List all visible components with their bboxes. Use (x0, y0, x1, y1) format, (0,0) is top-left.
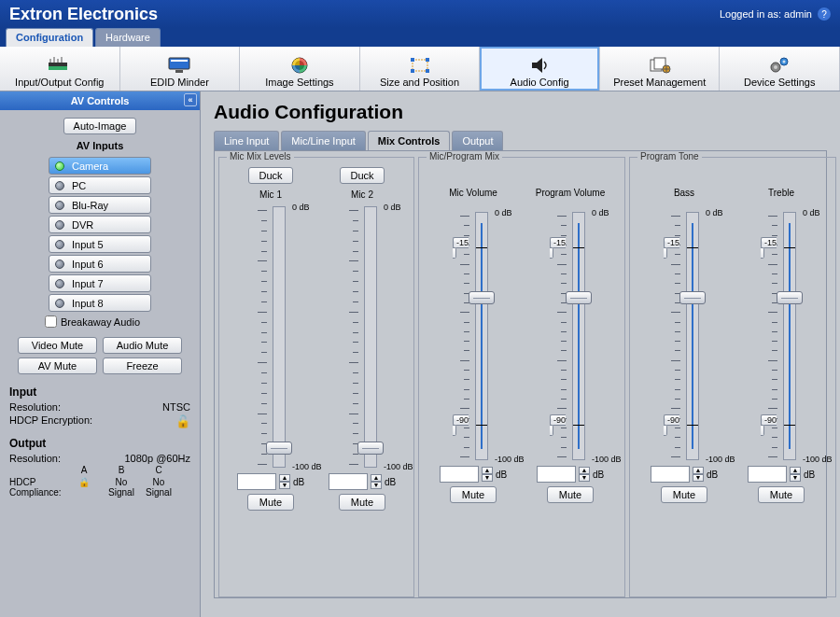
slider-thumb[interactable] (469, 291, 495, 304)
breakaway-audio-checkbox[interactable]: Breakaway Audio (45, 316, 189, 328)
mic2-duck-button[interactable]: Duck (340, 167, 384, 184)
slider-ticks (253, 206, 270, 468)
status-dot-icon (55, 259, 64, 269)
tool-image-settings[interactable]: Image Settings (240, 47, 360, 91)
toolbar: Input/Output Config EDID Minder Image Se… (0, 47, 840, 91)
status-dot-icon (55, 240, 64, 249)
spin-down-icon[interactable]: ▼ (279, 482, 290, 489)
mic1-value-input[interactable] (237, 473, 276, 490)
spin-down-icon[interactable]: ▼ (371, 482, 382, 489)
tab-hardware[interactable]: Hardware (95, 28, 161, 47)
input-resolution-value: NTSC (162, 401, 190, 413)
bass-slider[interactable]: 0 dB -100 dB -15 -90 (683, 212, 702, 460)
mic2-mute-button[interactable]: Mute (339, 494, 385, 511)
slider-thumb[interactable] (357, 442, 384, 455)
input-camera[interactable]: Camera (49, 157, 151, 175)
mic2-channel: Duck Mic 2 0 dB -100 dB ▲▼dB (316, 167, 408, 591)
subtab-line-input[interactable]: Line Input (214, 131, 279, 150)
mic-volume-slider[interactable]: 0 dB -100 dB -15 -90 (472, 212, 491, 460)
bounds-icon (410, 54, 430, 77)
mic1-duck-button[interactable]: Duck (248, 167, 292, 184)
unlock-icon: 🔓 (175, 414, 190, 428)
treble-mute-button[interactable]: Mute (758, 486, 805, 503)
mic-program-mix-group: Mic/Program Mix Mic Volume 0 dB -100 dB (418, 157, 625, 597)
treble-value-input[interactable] (748, 466, 787, 483)
mic-volume-mute-button[interactable]: Mute (450, 486, 497, 503)
spin-up-icon[interactable]: ▲ (693, 467, 704, 474)
collapse-icon[interactable]: « (184, 93, 197, 106)
spin-up-icon[interactable]: ▲ (790, 467, 801, 474)
slider-thumb[interactable] (679, 291, 706, 304)
status-dot-icon (55, 161, 64, 171)
spin-up-icon[interactable]: ▲ (579, 467, 590, 474)
svg-rect-13 (426, 58, 429, 62)
slider-thumb[interactable] (266, 442, 292, 455)
input-8[interactable]: Input 8 (49, 294, 151, 312)
subtab-mic-line-input[interactable]: Mic/Line Input (281, 131, 365, 150)
status-dot-icon (55, 299, 64, 308)
input-bluray[interactable]: Blu-Ray (49, 196, 151, 214)
tool-edid[interactable]: EDID Minder (120, 47, 241, 91)
mic1-mute-button[interactable]: Mute (247, 494, 294, 511)
video-mute-button[interactable]: Video Mute (18, 337, 97, 354)
spin-down-icon[interactable]: ▼ (693, 474, 704, 482)
subtab-output[interactable]: Output (452, 131, 503, 150)
output-section-title: Output (9, 437, 190, 450)
tool-size-position[interactable]: Size and Position (360, 47, 481, 91)
tab-configuration[interactable]: Configuration (6, 28, 93, 47)
program-volume-mute-button[interactable]: Mute (547, 486, 594, 503)
top-tab-bar: Configuration Hardware (0, 28, 840, 47)
auto-image-button[interactable]: Auto-Image (63, 118, 137, 134)
tool-audio-config[interactable]: Audio Config (480, 47, 600, 91)
color-wheel-icon (290, 54, 309, 77)
spin-up-icon[interactable]: ▲ (371, 474, 382, 482)
bass-mute-button[interactable]: Mute (661, 486, 707, 503)
bass-channel: Bass 0 dB -100 dB -15 -90 (636, 167, 733, 591)
input-7[interactable]: Input 7 (49, 274, 151, 292)
sidebar-title: AV Controls « (0, 91, 200, 110)
svg-point-22 (783, 61, 786, 63)
svg-rect-11 (413, 60, 427, 71)
treble-slider[interactable]: 0 dB -100 dB -15 -90 (780, 212, 799, 460)
io-icon (47, 54, 73, 77)
svg-rect-12 (411, 58, 414, 62)
bass-value-input[interactable] (651, 466, 690, 483)
gears-icon (768, 54, 791, 77)
input-dvr[interactable]: DVR (49, 216, 151, 233)
mic2-slider[interactable]: 0 dB -100 dB (361, 206, 380, 468)
output-resolution-value: 1080p @60Hz (125, 453, 191, 464)
program-volume-input[interactable] (537, 466, 576, 483)
program-tone-group: Program Tone Bass 0 dB -100 dB (629, 157, 836, 597)
svg-rect-0 (49, 66, 67, 70)
help-icon[interactable]: ? (818, 7, 831, 21)
spin-up-icon[interactable]: ▲ (482, 467, 493, 474)
spin-down-icon[interactable]: ▼ (579, 474, 590, 482)
mic1-channel: Duck Mic 1 0 dB -100 dB ▲▼dB (225, 167, 316, 591)
tool-preset-management[interactable]: Preset Management (600, 47, 721, 91)
input-5[interactable]: Input 5 (49, 235, 151, 253)
login-status: Logged in as: admin (720, 8, 812, 20)
subtab-mix-controls[interactable]: Mix Controls (368, 131, 451, 150)
audio-mute-button[interactable]: Audio Mute (103, 337, 182, 354)
slider-thumb[interactable] (566, 291, 592, 304)
sidebar: AV Controls « Auto-Image AV Inputs Camer… (0, 91, 201, 617)
mic1-slider[interactable]: 0 dB -100 dB (270, 206, 288, 468)
page-title: Audio Configuration (214, 101, 827, 123)
tool-device-settings[interactable]: Device Settings (720, 47, 840, 91)
spin-down-icon[interactable]: ▼ (482, 474, 493, 482)
input-pc[interactable]: PC (49, 176, 151, 194)
input-6[interactable]: Input 6 (49, 255, 151, 273)
mic-volume-input[interactable] (440, 466, 479, 483)
main-panel: Audio Configuration Line Input Mic/Line … (201, 91, 840, 617)
mic2-value-input[interactable] (329, 473, 368, 490)
freeze-button[interactable]: Freeze (103, 358, 182, 374)
program-volume-slider[interactable]: 0 dB -100 dB -15 -90 (569, 212, 588, 460)
program-volume-channel: Program Volume 0 dB -100 dB -15 -90 (522, 167, 619, 591)
av-mute-button[interactable]: AV Mute (18, 358, 97, 374)
spin-up-icon[interactable]: ▲ (279, 474, 290, 482)
slider-thumb[interactable] (777, 291, 803, 304)
spin-down-icon[interactable]: ▼ (790, 474, 801, 482)
tool-io-config[interactable]: Input/Output Config (0, 47, 120, 91)
svg-rect-6 (169, 58, 189, 69)
svg-rect-14 (411, 69, 414, 73)
